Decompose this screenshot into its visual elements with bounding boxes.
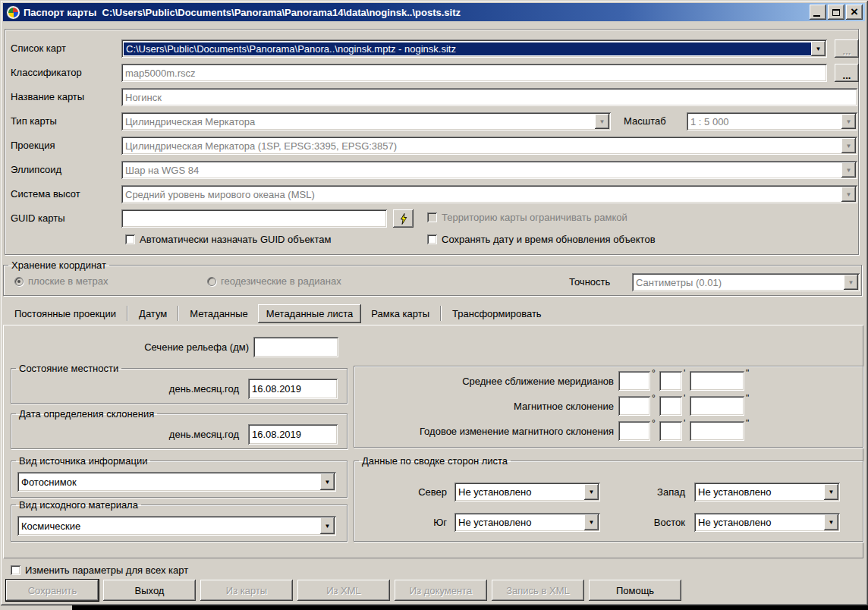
ellipsoid-label: Эллипсоид bbox=[11, 161, 61, 179]
relief-input[interactable] bbox=[253, 337, 338, 357]
magnetic-declination-deg-input[interactable] bbox=[618, 396, 650, 416]
tab-sheet-metadata[interactable]: Метаданные листа bbox=[258, 304, 362, 323]
map-name-label: Название карты bbox=[11, 88, 84, 106]
from-xml-button: Из XML bbox=[297, 580, 390, 601]
precision-dropdown-icon bbox=[844, 275, 858, 290]
map-type-combobox: Цилиндрическая Меркатора bbox=[121, 112, 611, 130]
edge-south-dropdown-icon[interactable] bbox=[584, 514, 599, 530]
height-system-label: Система высот bbox=[11, 185, 80, 203]
magnetic-declination-min-input[interactable] bbox=[659, 396, 682, 416]
map-name-field: Ногинск bbox=[121, 88, 857, 106]
scale-label: Масштаб bbox=[624, 112, 666, 130]
edge-west-label: Запад bbox=[609, 486, 685, 498]
map-type-dropdown-icon bbox=[595, 114, 609, 129]
guid-field-wrap bbox=[121, 209, 387, 228]
territory-frame-checkbox: Территорию карты ограничивать рамкой bbox=[427, 212, 627, 223]
annual-declination-change-min-input[interactable] bbox=[659, 421, 682, 441]
relief-section-label: Сечение рельефа (дм) bbox=[14, 341, 249, 353]
scale-dropdown-icon bbox=[841, 114, 856, 129]
meridian-convergence-sec-input[interactable] bbox=[690, 371, 744, 391]
map-type-label: Тип карты bbox=[11, 112, 57, 130]
edge-north-dropdown-icon[interactable] bbox=[584, 484, 599, 500]
info-source-group: Вид источника информации Фотоснимок bbox=[11, 455, 348, 498]
radio-flat-meters-label: плоские в метрах bbox=[28, 275, 108, 287]
source-material-combobox[interactable]: Космические bbox=[17, 516, 336, 536]
maximize-icon bbox=[832, 9, 840, 16]
info-source-title: Вид источника информации bbox=[16, 455, 150, 467]
edge-west-combobox[interactable]: Не установлено bbox=[694, 483, 840, 502]
radio-flat-meters-circle bbox=[14, 277, 24, 286]
min-symbol: ' bbox=[684, 368, 685, 379]
meridian-convergence-deg-input[interactable] bbox=[618, 371, 650, 391]
tab-datum[interactable]: Датум bbox=[129, 305, 177, 322]
map-list-dropdown-icon[interactable] bbox=[811, 41, 826, 56]
map-list-combobox[interactable]: C:\Users\Public\Documents\Panorama\Panor… bbox=[121, 39, 827, 58]
tab-permanent-projections[interactable]: Постоянные проекции bbox=[5, 305, 126, 322]
min-symbol: ' bbox=[684, 418, 685, 429]
terrain-date-wrap bbox=[248, 379, 338, 399]
edge-north-combobox[interactable]: Не установлено bbox=[454, 483, 600, 502]
minimize-button[interactable] bbox=[810, 5, 826, 20]
territory-frame-checkbox-label: Территорию карты ограничивать рамкой bbox=[442, 212, 627, 223]
edge-south-combobox[interactable]: Не установлено bbox=[454, 513, 600, 532]
classifier-browse-button[interactable] bbox=[835, 64, 859, 82]
terrain-date-input[interactable] bbox=[248, 379, 338, 399]
guid-input[interactable] bbox=[121, 209, 387, 228]
maximize-button[interactable] bbox=[828, 5, 844, 20]
tab-map-frame[interactable]: Рамка карты bbox=[361, 305, 439, 322]
height-system-value: Средний уровень мирового океана (MSL) bbox=[121, 189, 857, 200]
meridian-convergence-min-input[interactable] bbox=[659, 371, 682, 391]
sheet-edges-group: Данные по сводке сторон листа Север Не у… bbox=[354, 455, 863, 542]
source-material-dropdown-icon[interactable] bbox=[320, 517, 335, 534]
save-datetime-checkbox[interactable]: Сохранять дату и время обновления объект… bbox=[427, 234, 656, 245]
write-to-xml-button: Запись в XML bbox=[492, 580, 584, 601]
map-passport-dialog: Паспорт карты C:\Users\Public\Documents\… bbox=[0, 0, 868, 605]
save-datetime-checkbox-label: Сохранять дату и время обновления объект… bbox=[442, 234, 656, 245]
change-all-maps-checkbox-box[interactable] bbox=[11, 565, 20, 575]
save-datetime-checkbox-box[interactable] bbox=[427, 234, 437, 244]
sec-symbol: " bbox=[746, 418, 749, 429]
magnetic-declination-label: Магнитное склонение bbox=[357, 401, 614, 412]
scale-value: 1 : 5 000 bbox=[687, 116, 857, 127]
height-system-combobox: Средний уровень мирового океана (MSL) bbox=[121, 185, 857, 203]
edge-south-value: Не установлено bbox=[454, 517, 600, 528]
minimize-icon bbox=[813, 15, 820, 17]
magnetic-declination-sec-input[interactable] bbox=[690, 396, 744, 416]
annual-declination-change-deg-input[interactable] bbox=[618, 421, 650, 441]
close-button[interactable] bbox=[846, 5, 863, 20]
edge-east-dropdown-icon[interactable] bbox=[824, 514, 838, 530]
source-material-title: Вид исходного материала bbox=[16, 499, 141, 511]
tab-divider bbox=[440, 306, 442, 321]
edge-north-label: Север bbox=[354, 486, 447, 498]
classifier-field: map5000m.rscz bbox=[121, 64, 827, 82]
radio-geodesic-radians-label: геодезические в радианах bbox=[221, 275, 341, 287]
info-source-dropdown-icon[interactable] bbox=[320, 473, 335, 490]
generate-guid-button[interactable] bbox=[393, 209, 414, 228]
deg-symbol: ° bbox=[652, 418, 656, 429]
projection-label: Проекция bbox=[11, 137, 55, 155]
classifier-value: map5000m.rscz bbox=[121, 68, 827, 79]
edge-east-label: Восток bbox=[609, 517, 685, 528]
from-document-button: Из документа bbox=[395, 580, 487, 601]
annual-declination-change-sec-input[interactable] bbox=[690, 421, 744, 441]
magnetic-angles-group: Среднее сближение меридианов ° ' " Магни… bbox=[354, 366, 863, 448]
edge-east-combobox[interactable]: Не установлено bbox=[694, 513, 840, 532]
change-all-maps-checkbox[interactable]: Изменить параметры для всех карт bbox=[11, 564, 188, 576]
projection-combobox: Цилиндрическая Меркатора (1SP, EPSG:3395… bbox=[121, 137, 857, 155]
precision-combobox: Сантиметры (0.01) bbox=[632, 273, 860, 291]
auto-guid-checkbox-box[interactable] bbox=[125, 234, 135, 244]
declination-date-input[interactable] bbox=[248, 424, 338, 445]
auto-guid-checkbox[interactable]: Автоматически назначать GUID объектам bbox=[125, 234, 331, 245]
tabbar: Постоянные проекции Датум Метаданные Мет… bbox=[5, 302, 552, 325]
help-button[interactable]: Помощь bbox=[589, 580, 681, 601]
save-button: Сохранить bbox=[6, 580, 99, 601]
bottom-edge-fragment bbox=[0, 605, 72, 610]
edge-south-label: Юг bbox=[354, 517, 447, 528]
exit-button[interactable]: Выход bbox=[103, 580, 196, 601]
terrain-state-title: Состояние местности bbox=[16, 363, 121, 374]
tab-transform[interactable]: Трансформировать bbox=[442, 305, 552, 322]
sec-symbol: " bbox=[746, 393, 749, 404]
tab-metadata[interactable]: Метаданные bbox=[180, 305, 258, 322]
edge-west-dropdown-icon[interactable] bbox=[824, 484, 838, 500]
info-source-combobox[interactable]: Фотоснимок bbox=[17, 472, 336, 492]
